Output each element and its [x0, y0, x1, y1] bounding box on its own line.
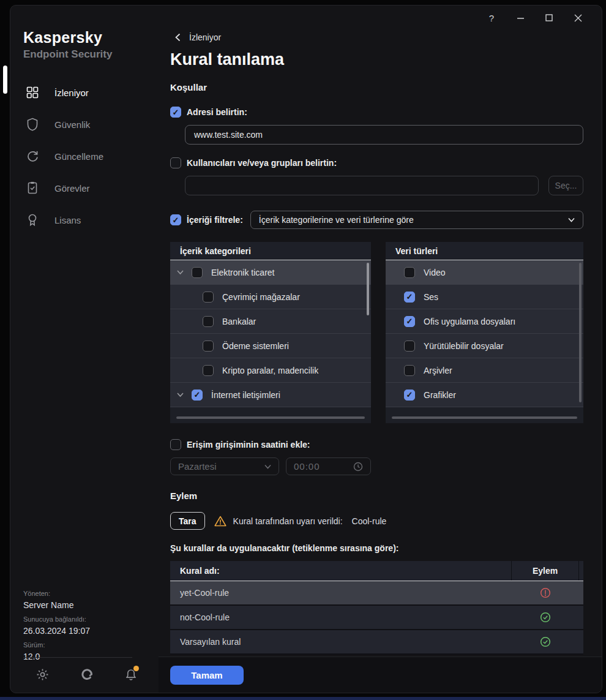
- content-filter-checkbox[interactable]: ✓: [170, 214, 181, 225]
- help-button[interactable]: ?: [485, 10, 498, 25]
- rule-status-cell: [512, 606, 579, 629]
- data-type-row[interactable]: ✓Arşivler: [386, 358, 583, 383]
- categories-horizontal-scrollbar[interactable]: [176, 416, 365, 419]
- data-types-vertical-scrollbar[interactable]: [579, 263, 582, 402]
- data-type-row[interactable]: ✓Yürütülebilir dosyalar: [386, 334, 583, 358]
- categories-vertical-scrollbar[interactable]: [367, 263, 369, 315]
- desktop-bottom-strip: [0, 697, 606, 700]
- support-icon[interactable]: [80, 667, 94, 682]
- item-checkbox[interactable]: ✓: [404, 292, 415, 303]
- address-input[interactable]: [185, 125, 583, 145]
- conditions-section-title: Koşullar: [170, 82, 583, 92]
- minimize-button[interactable]: [514, 10, 527, 25]
- item-label: Grafikler: [424, 390, 456, 400]
- close-button[interactable]: [571, 10, 585, 25]
- chevron-down-icon: [264, 464, 271, 469]
- ok-button[interactable]: Tamam: [170, 666, 244, 685]
- item-checkbox[interactable]: ✓: [404, 316, 415, 327]
- item-checkbox[interactable]: ✓: [404, 341, 415, 352]
- sidebar-item-label: Lisans: [54, 215, 81, 225]
- item-checkbox[interactable]: ✓: [203, 316, 214, 327]
- sidebar-item-refresh[interactable]: Güncelleme: [10, 140, 159, 172]
- rules-table-header: Kural adı: Eylem: [170, 561, 583, 581]
- category-row[interactable]: ✓Bankalar: [170, 309, 371, 334]
- table-scrollbar-gutter: [579, 630, 583, 653]
- day-select[interactable]: Pazartesi: [170, 457, 279, 475]
- chevron-down-icon[interactable]: [177, 269, 184, 275]
- warning-rule-name: Cool-rule: [352, 516, 387, 526]
- select-users-button[interactable]: Seç...: [548, 176, 583, 195]
- main-content: İzleniyor Kural tanılama Koşullar ✓ Adre…: [159, 6, 602, 693]
- sidebar-item-license[interactable]: Lisans: [10, 204, 159, 236]
- scan-button[interactable]: Tara: [170, 512, 205, 530]
- warning-message: Kural tarafından uyarı verildi:: [233, 516, 343, 526]
- time-checkbox[interactable]: ✓: [170, 439, 181, 450]
- rule-table-row[interactable]: yet-Cool-rule: [170, 581, 583, 606]
- users-input[interactable]: [185, 176, 539, 195]
- category-row[interactable]: ✓Ödeme sistemleri: [170, 334, 371, 358]
- breadcrumb-back[interactable]: İzleniyor: [175, 32, 583, 42]
- data-type-row[interactable]: ✓Grafikler: [386, 383, 583, 407]
- content-filter-row: ✓ İçeriği filtrele: İçerik kategorilerin…: [170, 211, 583, 229]
- rule-name-cell: yet-Cool-rule: [170, 581, 512, 604]
- time-field[interactable]: 00:00: [286, 457, 371, 475]
- data-type-row[interactable]: ✓Ofis uygulama dosyaları: [386, 309, 583, 334]
- dialog-footer: Tamam: [159, 657, 602, 693]
- item-checkbox[interactable]: ✓: [404, 390, 415, 401]
- category-row[interactable]: ✓Kripto paralar, madencilik: [170, 358, 371, 383]
- time-label: Erişim girişiminin saatini ekle:: [187, 440, 310, 450]
- rule-table-row[interactable]: not-Cool-rule: [170, 606, 583, 630]
- content-filter-label: İçeriği filtrele:: [187, 215, 243, 225]
- sidebar-item-shield[interactable]: Güvenlik: [10, 108, 159, 140]
- item-checkbox[interactable]: ✓: [192, 390, 203, 401]
- item-checkbox[interactable]: ✓: [203, 292, 214, 303]
- item-label: Video: [424, 268, 446, 277]
- data-types-horizontal-scrollbar[interactable]: [392, 416, 577, 419]
- item-label: Ödeme sistemleri: [222, 341, 289, 351]
- license-icon: [26, 213, 39, 227]
- address-checkbox[interactable]: ✓: [170, 107, 181, 118]
- sidebar-item-dashboard[interactable]: İzleniyor: [10, 77, 159, 108]
- filter-mode-value: İçerik kategorilerine ve veri türlerine …: [259, 215, 414, 225]
- item-checkbox[interactable]: ✓: [192, 267, 203, 278]
- table-scrollbar-gutter: [579, 561, 583, 581]
- sidebar-icon-bar: [10, 667, 159, 682]
- data-type-row[interactable]: ✓Video: [386, 260, 583, 285]
- category-row[interactable]: ✓Elektronik ticaret: [170, 260, 371, 285]
- item-checkbox[interactable]: ✓: [203, 365, 214, 376]
- brand: Kaspersky Endpoint Security: [10, 29, 159, 61]
- chevron-down-icon: [568, 217, 575, 222]
- maximize-button[interactable]: [542, 10, 556, 25]
- settings-gear-icon[interactable]: [35, 667, 50, 682]
- data-types-header: Veri türleri: [386, 242, 583, 260]
- filter-mode-select[interactable]: İçerik kategorilerine ve veri türlerine …: [250, 211, 583, 229]
- category-row[interactable]: ✓İnternet iletişimleri: [170, 383, 371, 407]
- app-window: ? Kaspersky Endpoint Security İzleniyorG…: [10, 5, 602, 693]
- item-checkbox[interactable]: ✓: [203, 341, 214, 352]
- sidebar-item-tasks[interactable]: Görevler: [10, 172, 159, 204]
- status-ok-icon: [540, 636, 551, 647]
- action-section-title: Eylem: [170, 491, 583, 501]
- chevron-down-icon[interactable]: [177, 392, 184, 397]
- sidebar-item-label: Güncelleme: [54, 151, 103, 162]
- notifications-bell-icon[interactable]: [124, 667, 138, 682]
- rules-table: Kural adı: Eylem yet-Cool-rulenot-Cool-r…: [170, 561, 583, 655]
- status-warning-icon: [540, 587, 551, 598]
- rule-table-row[interactable]: Varsayılan kural: [170, 630, 583, 655]
- data-type-row[interactable]: ✓Ses: [386, 285, 583, 309]
- item-checkbox[interactable]: ✓: [404, 365, 415, 376]
- category-row[interactable]: ✓Çevrimiçi mağazalar: [170, 285, 371, 309]
- rule-status-cell: [512, 630, 579, 653]
- server-info: Yöneten: Server Name Sunucuya bağlanıldı…: [23, 584, 90, 661]
- action-row: Tara Kural tarafından uyarı verildi: Coo…: [170, 512, 583, 530]
- page-title: Kural tanılama: [170, 50, 583, 69]
- rule-name-cell: not-Cool-rule: [170, 606, 512, 629]
- connected-value: 26.03.2024 19:07: [23, 626, 90, 636]
- sidebar-nav: İzleniyorGüvenlikGüncellemeGörevlerLisan…: [10, 77, 159, 236]
- users-label: Kullanıcıları ve/veya grupları belirtin:: [187, 158, 337, 168]
- item-checkbox[interactable]: ✓: [404, 267, 415, 278]
- item-label: Kripto paralar, madencilik: [222, 366, 318, 375]
- item-label: Bankalar: [222, 317, 256, 326]
- users-checkbox[interactable]: ✓: [170, 157, 181, 168]
- version-label: Sürüm:: [23, 641, 90, 649]
